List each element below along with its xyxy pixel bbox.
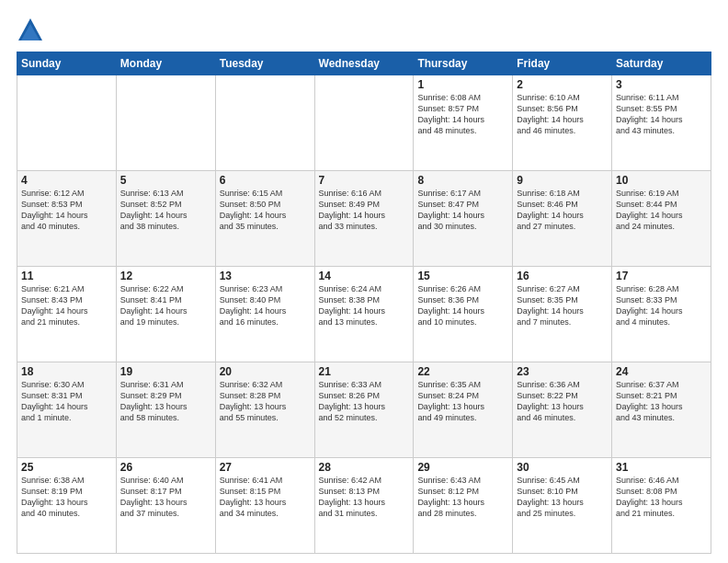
calendar-cell: 9Sunrise: 6:18 AM Sunset: 8:46 PM Daylig… (513, 171, 612, 267)
day-info: Sunrise: 6:45 AM Sunset: 8:10 PM Dayligh… (517, 475, 608, 520)
day-number: 24 (616, 365, 707, 378)
calendar-header-wednesday: Wednesday (314, 52, 414, 75)
day-info: Sunrise: 6:40 AM Sunset: 8:17 PM Dayligh… (120, 475, 211, 520)
calendar-cell: 27Sunrise: 6:41 AM Sunset: 8:15 PM Dayli… (215, 458, 314, 554)
day-number: 23 (517, 365, 608, 378)
day-number: 3 (616, 78, 707, 91)
day-info: Sunrise: 6:26 AM Sunset: 8:36 PM Dayligh… (417, 283, 508, 328)
calendar-cell: 25Sunrise: 6:38 AM Sunset: 8:19 PM Dayli… (17, 458, 117, 554)
day-number: 21 (319, 365, 410, 378)
day-number: 30 (517, 461, 608, 474)
day-number: 14 (319, 270, 410, 282)
calendar-header-friday: Friday (513, 52, 612, 75)
day-info: Sunrise: 6:41 AM Sunset: 8:15 PM Dayligh… (220, 475, 311, 520)
calendar-cell: 7Sunrise: 6:16 AM Sunset: 8:49 PM Daylig… (314, 171, 414, 267)
day-number: 1 (417, 78, 508, 91)
day-number: 12 (120, 270, 211, 282)
calendar-cell: 31Sunrise: 6:46 AM Sunset: 8:08 PM Dayli… (612, 458, 711, 554)
day-info: Sunrise: 6:24 AM Sunset: 8:38 PM Dayligh… (319, 283, 410, 328)
calendar-cell: 8Sunrise: 6:17 AM Sunset: 8:47 PM Daylig… (414, 171, 513, 267)
calendar-cell: 26Sunrise: 6:40 AM Sunset: 8:17 PM Dayli… (116, 458, 215, 554)
calendar-week-1: 4Sunrise: 6:12 AM Sunset: 8:53 PM Daylig… (17, 171, 711, 267)
calendar-cell: 24Sunrise: 6:37 AM Sunset: 8:21 PM Dayli… (612, 362, 711, 458)
day-info: Sunrise: 6:36 AM Sunset: 8:22 PM Dayligh… (517, 379, 608, 424)
day-number: 19 (120, 365, 211, 378)
calendar-cell: 22Sunrise: 6:35 AM Sunset: 8:24 PM Dayli… (414, 362, 513, 458)
day-number: 13 (220, 270, 311, 282)
calendar-cell: 20Sunrise: 6:32 AM Sunset: 8:28 PM Dayli… (215, 362, 314, 458)
day-info: Sunrise: 6:11 AM Sunset: 8:55 PM Dayligh… (616, 92, 707, 137)
day-info: Sunrise: 6:12 AM Sunset: 8:53 PM Dayligh… (21, 188, 112, 233)
day-number: 10 (616, 174, 707, 187)
calendar-cell: 28Sunrise: 6:42 AM Sunset: 8:13 PM Dayli… (314, 458, 414, 554)
day-info: Sunrise: 6:16 AM Sunset: 8:49 PM Dayligh… (319, 188, 410, 233)
header (17, 17, 711, 44)
day-info: Sunrise: 6:15 AM Sunset: 8:50 PM Dayligh… (220, 188, 311, 233)
day-info: Sunrise: 6:10 AM Sunset: 8:56 PM Dayligh… (517, 92, 608, 137)
day-info: Sunrise: 6:38 AM Sunset: 8:19 PM Dayligh… (21, 475, 112, 520)
day-info: Sunrise: 6:18 AM Sunset: 8:46 PM Dayligh… (517, 188, 608, 233)
day-number: 9 (517, 174, 608, 187)
day-info: Sunrise: 6:32 AM Sunset: 8:28 PM Dayligh… (220, 379, 311, 424)
calendar-header-row: SundayMondayTuesdayWednesdayThursdayFrid… (17, 52, 711, 75)
calendar-table: SundayMondayTuesdayWednesdayThursdayFrid… (17, 52, 711, 554)
day-info: Sunrise: 6:22 AM Sunset: 8:41 PM Dayligh… (120, 283, 211, 328)
day-number: 26 (120, 461, 211, 474)
day-info: Sunrise: 6:31 AM Sunset: 8:29 PM Dayligh… (120, 379, 211, 424)
calendar-cell: 4Sunrise: 6:12 AM Sunset: 8:53 PM Daylig… (17, 171, 117, 267)
logo-icon (17, 17, 44, 44)
calendar-cell: 18Sunrise: 6:30 AM Sunset: 8:31 PM Dayli… (17, 362, 117, 458)
calendar-cell: 15Sunrise: 6:26 AM Sunset: 8:36 PM Dayli… (414, 267, 513, 362)
day-number: 2 (517, 78, 608, 91)
calendar-cell: 13Sunrise: 6:23 AM Sunset: 8:40 PM Dayli… (215, 267, 314, 362)
day-number: 20 (220, 365, 311, 378)
day-info: Sunrise: 6:27 AM Sunset: 8:35 PM Dayligh… (517, 283, 608, 328)
calendar-cell: 12Sunrise: 6:22 AM Sunset: 8:41 PM Dayli… (116, 267, 215, 362)
calendar-cell: 30Sunrise: 6:45 AM Sunset: 8:10 PM Dayli… (513, 458, 612, 554)
calendar-cell: 17Sunrise: 6:28 AM Sunset: 8:33 PM Dayli… (612, 267, 711, 362)
calendar-cell: 16Sunrise: 6:27 AM Sunset: 8:35 PM Dayli… (513, 267, 612, 362)
calendar-cell: 14Sunrise: 6:24 AM Sunset: 8:38 PM Dayli… (314, 267, 414, 362)
day-number: 11 (21, 270, 112, 282)
calendar-cell (17, 75, 117, 171)
calendar-header-saturday: Saturday (612, 52, 711, 75)
page: SundayMondayTuesdayWednesdayThursdayFrid… (0, 0, 728, 563)
day-number: 22 (417, 365, 508, 378)
day-number: 27 (220, 461, 311, 474)
day-number: 29 (417, 461, 508, 474)
day-info: Sunrise: 6:37 AM Sunset: 8:21 PM Dayligh… (616, 379, 707, 424)
calendar-cell: 23Sunrise: 6:36 AM Sunset: 8:22 PM Dayli… (513, 362, 612, 458)
calendar-header-thursday: Thursday (414, 52, 513, 75)
calendar-cell: 11Sunrise: 6:21 AM Sunset: 8:43 PM Dayli… (17, 267, 117, 362)
day-number: 4 (21, 174, 112, 187)
calendar-cell: 2Sunrise: 6:10 AM Sunset: 8:56 PM Daylig… (513, 75, 612, 171)
calendar-header-tuesday: Tuesday (215, 52, 314, 75)
day-number: 28 (319, 461, 410, 474)
calendar-header-monday: Monday (116, 52, 215, 75)
calendar-week-0: 1Sunrise: 6:08 AM Sunset: 8:57 PM Daylig… (17, 75, 711, 171)
day-info: Sunrise: 6:35 AM Sunset: 8:24 PM Dayligh… (417, 379, 508, 424)
day-info: Sunrise: 6:13 AM Sunset: 8:52 PM Dayligh… (120, 188, 211, 233)
day-number: 5 (120, 174, 211, 187)
day-info: Sunrise: 6:30 AM Sunset: 8:31 PM Dayligh… (21, 379, 112, 424)
day-number: 31 (616, 461, 707, 474)
calendar-cell: 29Sunrise: 6:43 AM Sunset: 8:12 PM Dayli… (414, 458, 513, 554)
calendar-cell (116, 75, 215, 171)
calendar-cell (314, 75, 414, 171)
day-info: Sunrise: 6:17 AM Sunset: 8:47 PM Dayligh… (417, 188, 508, 233)
day-info: Sunrise: 6:33 AM Sunset: 8:26 PM Dayligh… (319, 379, 410, 424)
day-info: Sunrise: 6:42 AM Sunset: 8:13 PM Dayligh… (319, 475, 410, 520)
day-info: Sunrise: 6:21 AM Sunset: 8:43 PM Dayligh… (21, 283, 112, 328)
calendar-cell: 5Sunrise: 6:13 AM Sunset: 8:52 PM Daylig… (116, 171, 215, 267)
day-info: Sunrise: 6:23 AM Sunset: 8:40 PM Dayligh… (220, 283, 311, 328)
day-number: 18 (21, 365, 112, 378)
calendar-cell: 3Sunrise: 6:11 AM Sunset: 8:55 PM Daylig… (612, 75, 711, 171)
calendar-cell: 6Sunrise: 6:15 AM Sunset: 8:50 PM Daylig… (215, 171, 314, 267)
day-info: Sunrise: 6:08 AM Sunset: 8:57 PM Dayligh… (417, 92, 508, 137)
day-number: 17 (616, 270, 707, 282)
calendar-cell: 19Sunrise: 6:31 AM Sunset: 8:29 PM Dayli… (116, 362, 215, 458)
calendar-cell: 10Sunrise: 6:19 AM Sunset: 8:44 PM Dayli… (612, 171, 711, 267)
day-number: 25 (21, 461, 112, 474)
calendar-header-sunday: Sunday (17, 52, 117, 75)
day-info: Sunrise: 6:46 AM Sunset: 8:08 PM Dayligh… (616, 475, 707, 520)
